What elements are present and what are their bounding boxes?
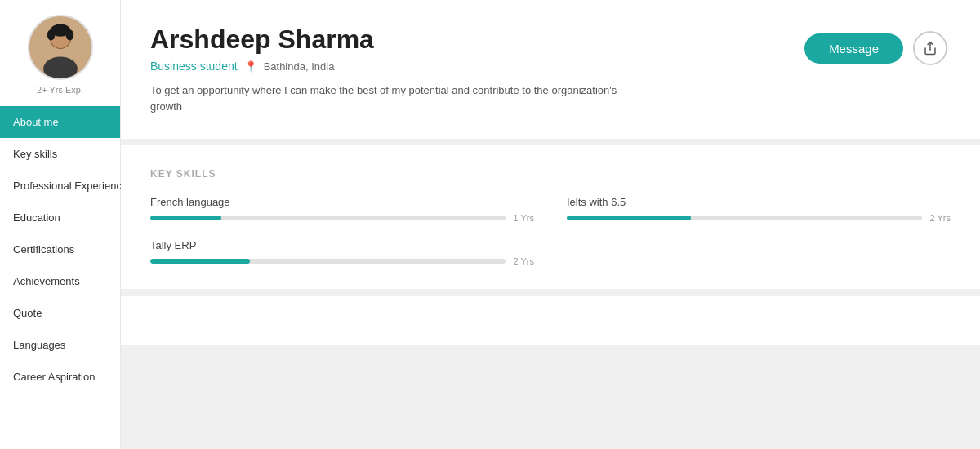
next-section (121, 296, 980, 345)
skills-section-label: KEY SKILLS (150, 168, 951, 180)
skill-bar-fill-french (150, 216, 221, 220)
skill-years-ielts: 2 Yrs (930, 213, 951, 223)
skill-item-tally: Tally ERP 2 Yrs (150, 239, 534, 266)
sidebar-item-achievements[interactable]: Achievements (0, 265, 120, 297)
skills-section: KEY SKILLS French language 1 Yrs Ielts w… (121, 145, 980, 289)
profile-actions: Message (804, 31, 947, 65)
skill-bar-bg-tally (150, 259, 506, 264)
sidebar-item-career-aspiration[interactable]: Career Aspiration (0, 361, 120, 393)
share-button[interactable] (913, 31, 947, 65)
skill-item-ielts: Ielts with 6.5 2 Yrs (567, 196, 951, 223)
profile-bio: To get an opportunity where I can make t… (150, 82, 640, 114)
skill-name-french: French language (150, 196, 534, 208)
skill-bar-row-tally: 2 Yrs (150, 256, 534, 266)
skill-years-french: 1 Yrs (514, 213, 534, 223)
skill-bar-fill-tally (150, 259, 250, 264)
main-content: Arshdeep Sharma Business student 📍 Bathi… (121, 0, 980, 449)
profile-name: Arshdeep Sharma (150, 24, 804, 55)
avatar-container: 2+ Yrs Exp. (28, 15, 93, 95)
skill-name-tally: Tally ERP (150, 239, 534, 251)
skills-grid: French language 1 Yrs Ielts with 6.5 2 Y… (150, 196, 951, 266)
skill-bar-row-ielts: 2 Yrs (567, 213, 951, 223)
skill-years-tally: 2 Yrs (514, 256, 534, 266)
svg-point-6 (65, 29, 74, 40)
profile-location: Bathinda, India (264, 60, 335, 73)
sidebar-item-languages[interactable]: Languages (0, 329, 120, 361)
profile-title-row: Business student 📍 Bathinda, India (150, 60, 804, 73)
sidebar-item-key-skills[interactable]: Key skills (0, 138, 120, 170)
svg-point-5 (47, 29, 55, 40)
sidebar-item-education[interactable]: Education (0, 202, 120, 233)
exp-label: 2+ Yrs Exp. (37, 85, 83, 95)
avatar (28, 15, 93, 80)
sidebar-item-quote[interactable]: Quote (0, 297, 120, 329)
sidebar-item-professional-experience[interactable]: Professional Experience (0, 170, 120, 202)
profile-title: Business student (150, 60, 238, 73)
nav-list: About me Key skills Professional Experie… (0, 106, 120, 393)
sidebar-item-certifications[interactable]: Certifications (0, 233, 120, 265)
message-button[interactable]: Message (804, 33, 903, 64)
profile-header: Arshdeep Sharma Business student 📍 Bathi… (121, 0, 980, 139)
skill-item-french: French language 1 Yrs (150, 196, 534, 223)
skill-name-ielts: Ielts with 6.5 (567, 196, 951, 208)
skill-bar-bg-french (150, 216, 506, 220)
location-icon: 📍 (244, 60, 257, 73)
skill-bar-row-french: 1 Yrs (150, 213, 534, 223)
profile-info: Arshdeep Sharma Business student 📍 Bathi… (150, 24, 804, 114)
skill-bar-bg-ielts (567, 216, 922, 220)
sidebar-item-about-me[interactable]: About me (0, 106, 120, 138)
sidebar: 2+ Yrs Exp. About me Key skills Professi… (0, 0, 121, 449)
skill-bar-fill-ielts (567, 216, 691, 220)
share-icon (923, 41, 938, 56)
